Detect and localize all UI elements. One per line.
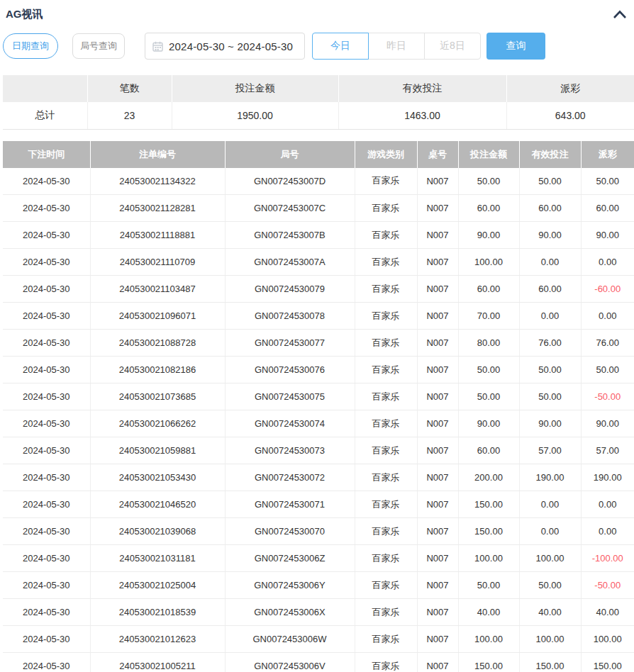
- summary-header-row: 笔数 投注金额 有效投注 派彩: [3, 75, 634, 102]
- quick-range-last8days[interactable]: 近8日: [424, 33, 481, 60]
- table-number-cell: N007: [417, 626, 458, 653]
- game-type-cell: 百家乐: [355, 330, 417, 357]
- game-type-cell: 百家乐: [355, 357, 417, 383]
- date-query-tab[interactable]: 日期查询: [3, 33, 58, 59]
- quick-range-group: 今日 昨日 近8日: [312, 33, 481, 60]
- bet-amount-cell: 60.00: [458, 195, 519, 222]
- table-row: 2024-05-30240530021012623GN0072453006W百家…: [3, 626, 634, 653]
- summary-total-bet-amount: 1950.00: [172, 102, 338, 129]
- table-row: 2024-05-30240530021088728GN00724530077百家…: [3, 330, 634, 357]
- bet-number-cell: 240530021018539: [90, 599, 225, 626]
- round-number-cell: GN0072453007D: [225, 168, 355, 195]
- table-number-cell: N007: [417, 276, 458, 303]
- col-bet-number: 注单编号: [90, 141, 225, 168]
- bet-time-cell: 2024-05-30: [3, 276, 90, 303]
- bet-number-cell: 240530021031181: [90, 545, 225, 572]
- bet-number-cell: 240530021110709: [90, 249, 225, 276]
- valid-bet-cell: 50.00: [519, 357, 581, 383]
- table-number-cell: N007: [417, 653, 458, 672]
- summary-col-payout: 派彩: [506, 75, 634, 102]
- game-type-cell: 百家乐: [355, 168, 417, 195]
- bet-number-cell: 240530021025004: [90, 572, 225, 599]
- table-number-cell: N007: [417, 357, 458, 383]
- valid-bet-cell: 90.00: [519, 222, 581, 249]
- table-number-cell: N007: [417, 545, 458, 572]
- valid-bet-cell: 100.00: [519, 545, 581, 572]
- bet-time-cell: 2024-05-30: [3, 437, 90, 464]
- table-row: 2024-05-30240530021031181GN0072453006Z百家…: [3, 545, 634, 572]
- valid-bet-cell: 190.00: [519, 464, 581, 491]
- round-number-cell: GN00724530078: [225, 303, 355, 330]
- bet-amount-cell: 40.00: [458, 599, 519, 626]
- bet-number-cell: 240530021073685: [90, 383, 225, 410]
- table-number-cell: N007: [417, 491, 458, 518]
- table-row: 2024-05-30240530021039068GN00724530070百家…: [3, 518, 634, 545]
- bet-amount-cell: 70.00: [458, 303, 519, 330]
- table-number-cell: N007: [417, 222, 458, 249]
- game-type-cell: 百家乐: [355, 599, 417, 626]
- bet-amount-cell: 50.00: [458, 357, 519, 383]
- date-range-input[interactable]: 2024-05-30 ~ 2024-05-30: [145, 33, 305, 60]
- date-range-value: 2024-05-30 ~ 2024-05-30: [169, 40, 293, 52]
- valid-bet-cell: 0.00: [519, 303, 581, 330]
- payout-cell: 90.00: [581, 222, 634, 249]
- round-number-cell: GN0072453006Z: [225, 545, 355, 572]
- summary-table: 笔数 投注金额 有效投注 派彩 总计 23 1950.00 1463.00 64…: [3, 75, 634, 130]
- round-number-cell: GN00724530074: [225, 410, 355, 437]
- game-type-cell: 百家乐: [355, 545, 417, 572]
- table-number-cell: N007: [417, 330, 458, 357]
- payout-cell: -50.00: [581, 572, 634, 599]
- game-type-cell: 百家乐: [355, 222, 417, 249]
- bet-amount-cell: 80.00: [458, 330, 519, 357]
- valid-bet-cell: 40.00: [519, 599, 581, 626]
- table-row: 2024-05-30240530021059881GN00724530073百家…: [3, 437, 634, 464]
- payout-cell: 0.00: [581, 303, 634, 330]
- table-row: 2024-05-30240530021073685GN00724530075百家…: [3, 383, 634, 410]
- table-row: 2024-05-30240530021096071GN00724530078百家…: [3, 303, 634, 330]
- round-number-cell: GN0072453006X: [225, 599, 355, 626]
- valid-bet-cell: 100.00: [519, 626, 581, 653]
- table-row: 2024-05-30240530021134322GN0072453007D百家…: [3, 168, 634, 195]
- payout-cell: 40.00: [581, 599, 634, 626]
- game-type-cell: 百家乐: [355, 410, 417, 437]
- col-bet-amount: 投注金额: [458, 141, 519, 168]
- quick-range-today[interactable]: 今日: [312, 33, 369, 60]
- bet-number-cell: 240530021088728: [90, 330, 225, 357]
- bet-number-cell: 240530021118881: [90, 222, 225, 249]
- table-number-cell: N007: [417, 437, 458, 464]
- valid-bet-cell: 0.00: [519, 249, 581, 276]
- round-query-tab[interactable]: 局号查询: [72, 33, 125, 59]
- query-button[interactable]: 查询: [486, 33, 545, 60]
- table-number-cell: N007: [417, 410, 458, 437]
- round-number-cell: GN0072453006Y: [225, 572, 355, 599]
- bet-amount-cell: 150.00: [458, 518, 519, 545]
- table-row: 2024-05-30240530021128281GN0072453007C百家…: [3, 195, 634, 222]
- table-row: 2024-05-30240530021082186GN00724530076百家…: [3, 357, 634, 383]
- round-number-cell: GN00724530077: [225, 330, 355, 357]
- bet-number-cell: 240530021059881: [90, 437, 225, 464]
- valid-bet-cell: 50.00: [519, 572, 581, 599]
- bet-time-cell: 2024-05-30: [3, 195, 90, 222]
- game-type-cell: 百家乐: [355, 491, 417, 518]
- bet-number-cell: 240530021039068: [90, 518, 225, 545]
- chevron-up-icon: [613, 10, 627, 19]
- payout-cell: 100.00: [581, 626, 634, 653]
- payout-cell: 150.00: [581, 653, 634, 672]
- bet-time-cell: 2024-05-30: [3, 222, 90, 249]
- round-number-cell: GN00724530071: [225, 491, 355, 518]
- valid-bet-cell: 150.00: [519, 653, 581, 672]
- calendar-icon: [152, 41, 163, 52]
- bet-amount-cell: 90.00: [458, 410, 519, 437]
- col-game-type: 游戏类别: [355, 141, 417, 168]
- quick-range-yesterday[interactable]: 昨日: [368, 33, 425, 60]
- bet-number-cell: 240530021005211: [90, 653, 225, 672]
- table-number-cell: N007: [417, 518, 458, 545]
- payout-cell: 0.00: [581, 518, 634, 545]
- bet-amount-cell: 200.00: [458, 464, 519, 491]
- game-type-cell: 百家乐: [355, 276, 417, 303]
- round-number-cell: GN00724530072: [225, 464, 355, 491]
- bet-amount-cell: 150.00: [458, 653, 519, 672]
- bet-number-cell: 240530021096071: [90, 303, 225, 330]
- collapse-panel-button[interactable]: [613, 10, 627, 19]
- bet-time-cell: 2024-05-30: [3, 303, 90, 330]
